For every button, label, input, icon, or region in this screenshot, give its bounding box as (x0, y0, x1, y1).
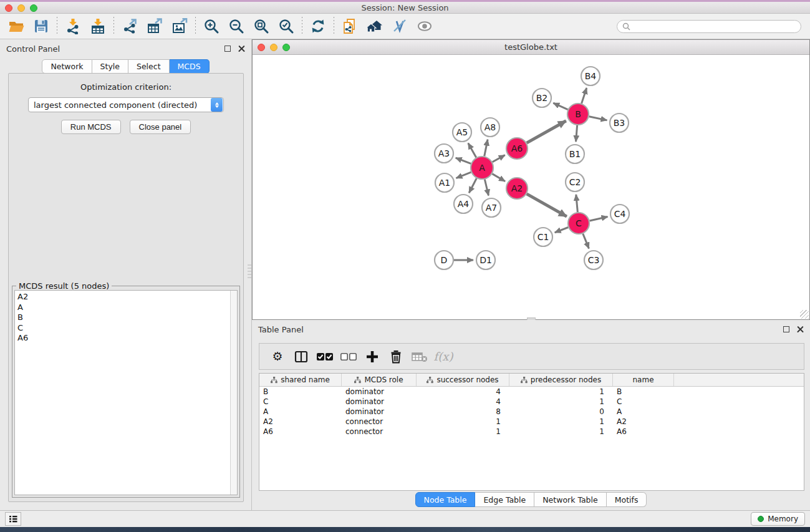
network-minimize-button[interactable] (270, 44, 277, 51)
table-cell[interactable]: A (259, 407, 342, 416)
graph-edge-A-A4[interactable] (469, 178, 476, 193)
table-options-gear-icon[interactable]: ⚙ (266, 346, 289, 367)
control-tab-select[interactable]: Select (128, 59, 170, 74)
show-columns-icon[interactable] (289, 346, 313, 367)
home-layout-button[interactable] (362, 16, 387, 37)
close-panel-icon[interactable] (238, 46, 245, 52)
column-header-predecessor-nodes[interactable]: predecessor nodes (509, 374, 613, 386)
graph-edge-A-A6[interactable] (493, 155, 505, 162)
table-cell[interactable]: 4 (417, 397, 509, 406)
table-cell[interactable]: A6 (613, 427, 674, 436)
table-row[interactable]: A2connector11A2 (259, 417, 804, 427)
tab-node-table[interactable]: Node Table (415, 492, 476, 507)
export-image-button[interactable] (167, 16, 192, 37)
hide-graphics-details-button[interactable] (387, 16, 412, 37)
tab-network-table[interactable]: Network Table (534, 492, 607, 507)
float-panel-icon[interactable] (224, 46, 231, 52)
network-close-button[interactable] (258, 44, 265, 51)
mcds-result-item[interactable]: C (17, 323, 228, 334)
table-row[interactable]: Adominator80A (259, 407, 804, 417)
table-cell[interactable]: 1 (509, 387, 613, 396)
refresh-button[interactable] (306, 16, 330, 37)
table-cell[interactable]: A6 (259, 427, 342, 436)
table-cell[interactable]: 1 (417, 417, 509, 426)
graph-edge-A-A2[interactable] (492, 174, 505, 181)
mcds-result-item[interactable]: A2 (17, 292, 228, 302)
table-cell[interactable]: 1 (509, 417, 613, 426)
table-cell[interactable]: A2 (259, 417, 342, 426)
graph-edge-A-A3[interactable] (456, 158, 471, 163)
control-tab-style[interactable]: Style (92, 59, 128, 74)
table-row[interactable]: Cdominator41C (259, 397, 804, 407)
delete-table-icon[interactable] (408, 346, 432, 367)
graph-edge-A-A1[interactable] (456, 172, 471, 178)
graph-edge-C-C2[interactable] (576, 195, 578, 212)
graph-edge-A-A5[interactable] (468, 143, 476, 157)
table-cell[interactable]: 4 (417, 387, 509, 396)
table-cell[interactable]: dominator (342, 397, 417, 406)
graph-edge-C-C1[interactable] (555, 227, 569, 232)
graph-edge-C-C4[interactable] (590, 216, 608, 221)
table-cell[interactable]: B (259, 387, 342, 396)
mcds-result-item[interactable]: A6 (17, 333, 228, 344)
table-cell[interactable]: C (613, 397, 674, 406)
zoom-in-button[interactable] (199, 16, 224, 37)
graph-edge-B-B1[interactable] (576, 125, 577, 142)
float-table-panel-icon[interactable] (783, 326, 789, 332)
unselect-all-columns-icon[interactable] (337, 346, 360, 367)
tab-edge-table[interactable]: Edge Table (475, 492, 534, 507)
node-table[interactable]: shared nameMCDS rolesuccessor nodesprede… (259, 373, 804, 491)
table-cell[interactable]: 1 (509, 427, 613, 436)
close-panel-button[interactable]: Close panel (130, 120, 191, 134)
control-tab-network[interactable]: Network (42, 59, 92, 74)
network-canvas[interactable]: B4B2BB3A8A5A6A3B1AA1C2A2A4A7C4CC1C3DD1 (253, 55, 809, 319)
result-list-scrollbar[interactable] (230, 291, 237, 495)
zoom-fit-button[interactable] (249, 16, 274, 37)
network-zoom-button[interactable] (282, 44, 290, 51)
column-header-shared-name[interactable]: shared name (259, 374, 342, 386)
memory-button[interactable]: Memory (751, 512, 805, 526)
mcds-result-list[interactable]: A2ABCA6 (14, 290, 238, 495)
zoom-window-button[interactable] (30, 4, 37, 12)
save-session-button[interactable] (29, 16, 54, 37)
column-header-name[interactable]: name (613, 374, 674, 386)
graph-edge-B-B3[interactable] (589, 117, 607, 120)
table-cell[interactable]: connector (342, 417, 417, 426)
graph-edge-B-B2[interactable] (553, 103, 567, 109)
zoom-out-button[interactable] (224, 16, 249, 37)
table-cell[interactable]: dominator (342, 387, 417, 396)
graph-edge-B-B4[interactable] (582, 88, 587, 104)
mcds-result-item[interactable]: A (17, 302, 228, 313)
table-cell[interactable]: dominator (342, 407, 417, 416)
resize-grip-icon[interactable] (800, 310, 809, 319)
close-table-panel-icon[interactable] (797, 326, 804, 333)
graph-edge-A6-B[interactable] (527, 121, 566, 143)
run-mcds-button[interactable]: Run MCDS (61, 120, 121, 134)
column-header-MCDS-role[interactable]: MCDS role (342, 374, 417, 386)
search-input[interactable] (634, 21, 796, 31)
select-all-columns-icon[interactable] (313, 346, 337, 367)
table-cell[interactable]: B (613, 387, 674, 396)
clone-network-button[interactable] (337, 16, 362, 37)
task-history-button[interactable] (5, 512, 21, 526)
graph-edge-A-A7[interactable] (485, 179, 488, 195)
import-table-button[interactable] (85, 16, 110, 37)
network-window-titlebar[interactable]: testGlobe.txt (253, 40, 809, 55)
add-column-icon[interactable] (360, 346, 384, 367)
vertical-splitter-handle[interactable] (248, 264, 251, 278)
column-header-successor-nodes[interactable]: successor nodes (417, 374, 509, 386)
show-graphics-details-button[interactable] (412, 16, 437, 37)
table-cell[interactable]: connector (342, 427, 417, 436)
control-tab-mcds[interactable]: MCDS (170, 59, 210, 74)
table-cell[interactable]: A (613, 407, 674, 416)
table-cell[interactable]: 0 (509, 407, 613, 416)
table-cell[interactable]: A2 (613, 417, 674, 426)
table-cell[interactable]: 1 (417, 427, 509, 436)
apply-function-icon[interactable]: f(x) (432, 346, 455, 367)
table-row[interactable]: A6connector11A6 (259, 427, 804, 437)
criterion-select[interactable]: largest connected component (directed) (28, 97, 224, 112)
tab-motifs[interactable]: Motifs (607, 492, 647, 507)
table-row[interactable]: Bdominator41B (259, 387, 804, 397)
table-cell[interactable]: 1 (509, 397, 613, 406)
mcds-result-item[interactable]: B (17, 312, 228, 323)
